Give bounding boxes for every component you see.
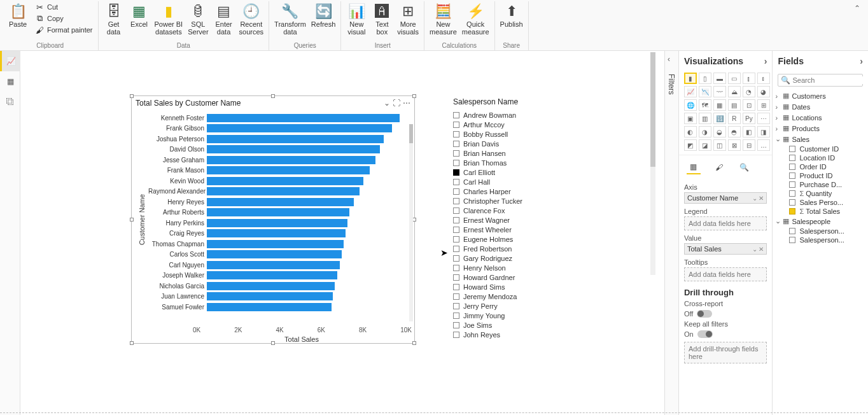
viz-type-icon[interactable]: ◒ bbox=[713, 126, 726, 137]
bar-row[interactable]: Joshua Peterson bbox=[148, 134, 408, 144]
viz-type-icon[interactable]: 🌐 bbox=[684, 99, 697, 111]
viz-type-icon[interactable]: ⊡ bbox=[743, 99, 755, 111]
viz-type-icon[interactable]: ⋯ bbox=[757, 113, 770, 124]
checkbox-icon[interactable] bbox=[453, 188, 459, 195]
field-checkbox[interactable] bbox=[789, 172, 795, 179]
viz-type-icon[interactable]: ◨ bbox=[757, 126, 770, 137]
bar-row[interactable]: David Olson bbox=[148, 144, 408, 155]
bar[interactable] bbox=[207, 198, 354, 206]
resize-handle-ne[interactable] bbox=[412, 94, 416, 98]
bar[interactable] bbox=[207, 229, 346, 237]
format-tab[interactable]: 🖌 bbox=[712, 160, 726, 174]
table-node[interactable]: ›▦Products bbox=[775, 123, 865, 134]
viz-type-icon[interactable]: ◩ bbox=[684, 139, 697, 151]
bar-row[interactable]: Arthur Roberts bbox=[148, 208, 408, 218]
bar[interactable] bbox=[207, 282, 335, 290]
slicer-item[interactable]: Howard Sims bbox=[453, 282, 580, 292]
cut-button[interactable]: ✂Cut bbox=[32, 1, 95, 13]
table-node[interactable]: ⌄▦Salespeople bbox=[775, 216, 865, 227]
chevron-icon[interactable]: ⌄ bbox=[775, 135, 783, 143]
bar[interactable] bbox=[207, 219, 347, 227]
viz-type-icon[interactable]: 〰 bbox=[713, 86, 726, 97]
collapse-fields-icon[interactable]: › bbox=[860, 56, 863, 66]
table-node[interactable]: ⌄▦Sales bbox=[775, 134, 865, 144]
chevron-icon[interactable]: › bbox=[775, 103, 783, 111]
field-node[interactable]: ΣTotal Sales bbox=[775, 207, 865, 216]
checkbox-icon[interactable] bbox=[453, 284, 459, 290]
slicer-item[interactable]: Joe Sims bbox=[453, 320, 580, 330]
bar-row[interactable]: Henry Reyes bbox=[148, 197, 408, 207]
resize-handle-nw[interactable] bbox=[130, 94, 134, 98]
bar[interactable] bbox=[207, 187, 360, 195]
checkbox-icon[interactable] bbox=[453, 255, 459, 262]
field-node[interactable]: Order ID bbox=[775, 162, 865, 171]
collapse-ribbon-button[interactable]: ⌃ bbox=[849, 1, 865, 50]
field-node[interactable]: Customer ID bbox=[775, 144, 865, 153]
slicer-item[interactable]: Jimmy Young bbox=[453, 311, 580, 320]
bar[interactable] bbox=[207, 208, 349, 216]
viz-type-icon[interactable]: ▯ bbox=[699, 73, 711, 84]
slicer-item[interactable]: Bobby Russell bbox=[453, 129, 580, 139]
viz-type-icon[interactable]: ◑ bbox=[699, 126, 711, 137]
slicer-item[interactable]: Andrew Bowman bbox=[453, 110, 580, 120]
value-well-pill[interactable]: Total Sales⌄ ✕ bbox=[684, 243, 767, 255]
format-painter-button[interactable]: 🖌Format painter bbox=[32, 24, 95, 36]
viz-type-icon[interactable]: ▦ bbox=[713, 99, 726, 111]
slicer-item[interactable]: Fred Robertson bbox=[453, 244, 580, 253]
slicer-item[interactable]: Gary Rodriguez bbox=[453, 253, 580, 263]
new-measure-button[interactable]: 🧮New measure bbox=[427, 1, 459, 37]
field-checkbox[interactable] bbox=[789, 164, 795, 170]
bar[interactable] bbox=[207, 166, 370, 174]
viz-type-icon[interactable]: ◪ bbox=[699, 139, 711, 151]
get-data-button[interactable]: 🗄Get data bbox=[101, 1, 127, 37]
field-checkbox[interactable] bbox=[789, 228, 795, 234]
viz-type-icon[interactable]: ◧ bbox=[743, 126, 755, 137]
bar-row[interactable]: Harry Perkins bbox=[148, 218, 408, 228]
chevron-icon[interactable]: › bbox=[775, 125, 783, 132]
viz-type-icon[interactable]: 🗺 bbox=[699, 99, 711, 111]
copy-button[interactable]: ⧉Copy bbox=[32, 13, 95, 24]
checkbox-icon[interactable] bbox=[453, 198, 459, 204]
resize-handle-se[interactable] bbox=[412, 341, 416, 345]
viz-type-icon[interactable]: … bbox=[757, 139, 770, 151]
checkbox-icon[interactable] bbox=[453, 246, 459, 252]
field-node[interactable]: ΣQuantity bbox=[775, 189, 865, 198]
viz-type-icon[interactable]: ⊞ bbox=[757, 99, 770, 111]
checkbox-icon[interactable] bbox=[453, 332, 459, 338]
text-box-button[interactable]: 🅰Text box bbox=[369, 1, 395, 37]
recent-sources-button[interactable]: 🕘Recent sources bbox=[237, 1, 267, 37]
checkbox-icon[interactable] bbox=[453, 160, 459, 166]
fields-search[interactable]: 🔍 bbox=[778, 74, 863, 87]
bar-row[interactable]: Thomas Chapman bbox=[148, 239, 408, 249]
report-canvas[interactable]: Total Sales by Customer Name ⌄ ⛶ ⋯ Custo… bbox=[20, 51, 664, 411]
slicer-item[interactable]: Carl Elliott bbox=[453, 167, 580, 177]
bar[interactable] bbox=[207, 250, 342, 258]
quick-measure-button[interactable]: ⚡Quick measure bbox=[459, 1, 492, 37]
bar[interactable] bbox=[207, 177, 363, 185]
scrollbar-thumb[interactable] bbox=[650, 52, 655, 167]
filter-icon[interactable]: ⌄ bbox=[384, 99, 390, 108]
field-checkbox[interactable] bbox=[789, 190, 795, 197]
value-pill-actions[interactable]: ⌄ ✕ bbox=[752, 246, 764, 253]
paste-button[interactable]: 📋 Paste bbox=[5, 1, 32, 29]
slicer-visual[interactable]: Salesperson Name Andrew BowmanArthur Mcc… bbox=[453, 97, 580, 339]
slicer-item[interactable]: Jeremy Mendoza bbox=[453, 292, 580, 301]
resize-handle-s[interactable] bbox=[271, 341, 275, 345]
bar[interactable] bbox=[207, 240, 344, 248]
checkbox-icon[interactable] bbox=[453, 141, 459, 147]
viz-type-icon[interactable]: ▮ bbox=[684, 73, 697, 84]
bar[interactable] bbox=[207, 114, 400, 122]
legend-well-box[interactable]: Add data fields here bbox=[684, 216, 767, 230]
bar-row[interactable]: Raymond Alexander bbox=[148, 186, 408, 197]
viz-type-icon[interactable]: ⫾ bbox=[757, 73, 770, 84]
checkbox-icon[interactable] bbox=[453, 265, 459, 271]
slicer-item[interactable]: Howard Gardner bbox=[453, 272, 580, 282]
viz-type-icon[interactable]: R bbox=[728, 113, 741, 124]
new-visual-button[interactable]: 📊New visual bbox=[344, 1, 369, 37]
checkbox-icon[interactable] bbox=[453, 169, 459, 176]
publish-button[interactable]: ⬆Publish bbox=[498, 1, 526, 29]
bar-row[interactable]: Jesse Graham bbox=[148, 155, 408, 165]
axis-pill-actions[interactable]: ⌄ ✕ bbox=[752, 195, 764, 202]
bar-row[interactable]: Juan Lawrence bbox=[148, 292, 408, 302]
excel-button[interactable]: ▦Excel bbox=[127, 1, 152, 29]
